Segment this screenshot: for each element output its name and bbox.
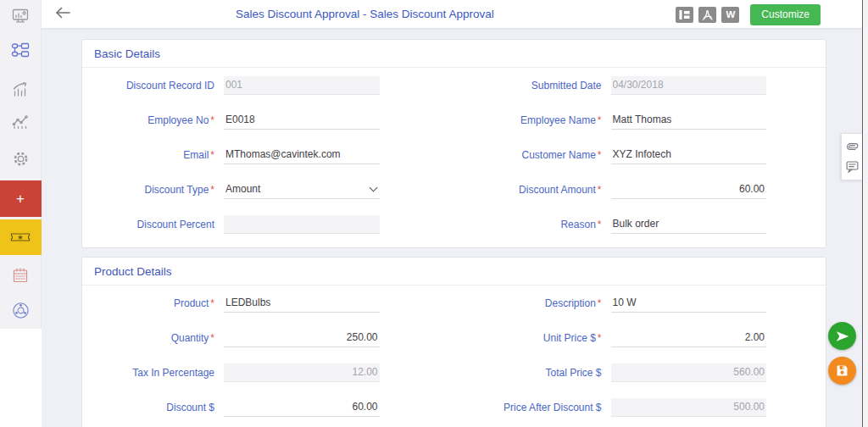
unit-price-input[interactable] bbox=[611, 329, 767, 347]
product-field: Product* bbox=[86, 292, 380, 313]
plus-icon: + bbox=[16, 191, 25, 208]
customer-name-field: Customer Name* bbox=[473, 144, 767, 164]
discount-dollar-field: Discount $ bbox=[86, 396, 380, 417]
tax-in-percentage-field: Tax In Percentage bbox=[86, 362, 380, 382]
total-price-input bbox=[611, 363, 767, 382]
required-marker: * bbox=[210, 332, 214, 344]
employee-no-input[interactable] bbox=[224, 111, 380, 130]
required-marker: * bbox=[598, 332, 602, 344]
field-label: Discount Record ID bbox=[86, 80, 214, 95]
new-request-button[interactable]: + bbox=[0, 180, 42, 217]
reason-input[interactable] bbox=[611, 215, 767, 234]
required-marker: * bbox=[210, 297, 214, 309]
field-label: Employee No* bbox=[86, 114, 214, 130]
comments-button[interactable] bbox=[843, 159, 860, 175]
comment-icon bbox=[845, 160, 860, 174]
field-label: Product* bbox=[86, 297, 214, 313]
paperclip-icon bbox=[845, 140, 860, 154]
required-marker: * bbox=[598, 219, 602, 230]
word-export-button[interactable]: W bbox=[721, 7, 739, 23]
field-label: Quantity* bbox=[86, 332, 214, 347]
submitted-date-input bbox=[611, 76, 767, 95]
save-floppy-icon bbox=[835, 363, 849, 378]
side-tools-panel bbox=[841, 133, 862, 180]
pdf-icon bbox=[701, 9, 714, 21]
field-label: Employee Name* bbox=[473, 114, 602, 130]
field-label: Discount Type* bbox=[86, 184, 214, 199]
sidebar-icon-strip: + bbox=[0, 0, 42, 329]
discount-percent-field: Discount Percent bbox=[86, 214, 380, 234]
basic-details-section: Basic Details Discount Record ID Submitt… bbox=[81, 39, 826, 248]
workflow-process-icon[interactable] bbox=[0, 41, 42, 59]
support-hub-icon[interactable] bbox=[0, 300, 42, 320]
word-icon: W bbox=[726, 10, 735, 20]
submitted-date-field: Submitted Date bbox=[473, 75, 767, 95]
discount-amount-input[interactable] bbox=[611, 180, 767, 199]
customize-button[interactable]: Customize bbox=[750, 4, 821, 25]
sidebar: + bbox=[0, 0, 42, 427]
pdf-export-button[interactable] bbox=[698, 7, 716, 23]
submit-button[interactable] bbox=[828, 322, 856, 350]
unit-price-field: Unit Price $* bbox=[473, 327, 767, 347]
required-marker: * bbox=[210, 184, 214, 196]
description-field: Description* bbox=[473, 292, 767, 313]
tax-in-percentage-input bbox=[224, 363, 380, 382]
section-title: Product Details bbox=[82, 258, 826, 286]
field-label: Tax In Percentage bbox=[86, 367, 214, 382]
product-details-section: Product Details Product* Description* Qu… bbox=[81, 257, 826, 427]
basic-details-grid: Discount Record ID Submitted Date Employ… bbox=[82, 68, 826, 247]
page-title: Sales Discount Approval - Sales Discount… bbox=[236, 8, 494, 20]
employee-no-field: Employee No* bbox=[86, 109, 380, 130]
product-details-grid: Product* Description* Quantity* Unit Pri… bbox=[82, 286, 826, 427]
settings-gear-icon[interactable] bbox=[0, 149, 42, 168]
price-after-discount-input bbox=[611, 398, 767, 417]
email-input[interactable] bbox=[224, 146, 380, 164]
field-label: Description* bbox=[473, 297, 602, 313]
tree-view-button[interactable] bbox=[676, 7, 693, 23]
section-title: Basic Details bbox=[82, 40, 826, 68]
top-bar: Sales Discount Approval - Sales Discount… bbox=[42, 0, 868, 28]
coupon-ticket-button[interactable] bbox=[0, 219, 42, 255]
required-marker: * bbox=[598, 297, 602, 309]
ticket-star-icon bbox=[9, 230, 31, 245]
field-label: Email* bbox=[86, 149, 214, 164]
growth-chart-icon[interactable] bbox=[0, 80, 42, 98]
field-label: Discount $ bbox=[86, 402, 214, 417]
discount-record-id-input bbox=[224, 76, 380, 95]
discount-type-field: Discount Type* bbox=[86, 179, 380, 199]
total-price-field: Total Price $ bbox=[473, 362, 767, 382]
dashboard-monitor-icon[interactable] bbox=[0, 7, 42, 25]
attachment-button[interactable] bbox=[843, 139, 860, 154]
required-marker: * bbox=[210, 149, 214, 161]
discount-amount-field: Discount Amount* bbox=[473, 179, 767, 199]
quantity-input[interactable] bbox=[224, 329, 380, 347]
discount-record-id-field: Discount Record ID bbox=[86, 75, 380, 95]
field-label: Price After Discount $ bbox=[473, 402, 602, 417]
required-marker: * bbox=[598, 149, 602, 161]
quantity-field: Quantity* bbox=[86, 327, 380, 347]
field-label: Discount Percent bbox=[86, 219, 214, 234]
discount-type-select[interactable] bbox=[224, 180, 380, 199]
required-marker: * bbox=[598, 184, 602, 196]
form-area: Basic Details Discount Record ID Submitt… bbox=[42, 28, 861, 427]
field-label: Reason* bbox=[473, 219, 602, 234]
price-after-discount-field: Price After Discount $ bbox=[473, 396, 767, 417]
header-actions: W Customize bbox=[676, 4, 821, 25]
customer-name-input[interactable] bbox=[611, 146, 767, 164]
field-label: Submitted Date bbox=[473, 80, 602, 95]
analytics-icon[interactable] bbox=[0, 113, 42, 131]
scrollbar[interactable] bbox=[862, 0, 868, 427]
back-button[interactable] bbox=[53, 5, 73, 23]
tree-view-icon bbox=[678, 9, 691, 20]
back-arrow-icon bbox=[54, 6, 71, 19]
employee-name-input[interactable] bbox=[611, 111, 767, 130]
save-button[interactable] bbox=[828, 357, 856, 385]
field-label: Customer Name* bbox=[473, 149, 602, 164]
product-input[interactable] bbox=[224, 294, 380, 313]
description-input[interactable] bbox=[611, 294, 767, 313]
required-marker: * bbox=[210, 114, 214, 126]
send-icon bbox=[835, 329, 850, 344]
calendar-icon[interactable] bbox=[0, 266, 42, 285]
discount-dollar-input[interactable] bbox=[224, 398, 380, 417]
employee-name-field: Employee Name* bbox=[473, 109, 767, 130]
